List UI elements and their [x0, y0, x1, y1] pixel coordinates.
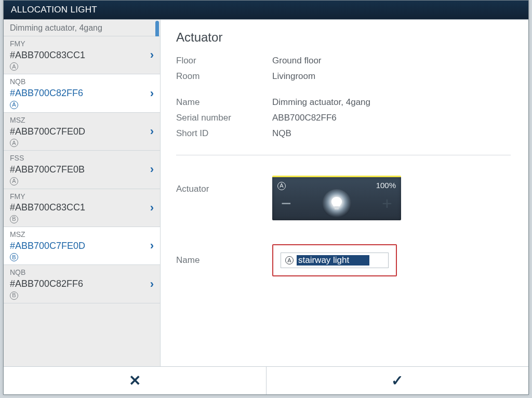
value-name: Dimming actuator, 4gang	[272, 97, 370, 108]
row-name-edit: Name A	[176, 242, 511, 279]
sidebar-item-short: NQB	[10, 268, 144, 277]
bulb-icon	[322, 189, 351, 218]
dialog-body: Dimming actuator, 4gang FMY#ABB700C83CC1…	[4, 19, 528, 366]
dimmer-channel-badge: A	[277, 180, 286, 190]
sidebar-item[interactable]: FSS#ABB700C7FE0BA›	[4, 151, 160, 189]
divider	[176, 155, 511, 155]
value-serial: ABB700C82FF6	[272, 113, 337, 123]
sidebar-item-serial: #ABB700C83CC1	[10, 201, 144, 214]
label-serial: Serial number	[176, 113, 272, 123]
sidebar-item[interactable]: NQB#ABB700C82FF6A›	[4, 74, 160, 112]
sidebar-item-channel-badge: B	[10, 290, 144, 300]
dimmer-increase-button[interactable]: +	[378, 195, 396, 213]
sidebar-item-short: FSS	[10, 154, 144, 163]
chevron-right-icon: ›	[150, 126, 154, 137]
name-channel-badge: A	[285, 256, 294, 265]
cancel-button[interactable]: ✕	[4, 367, 266, 394]
chevron-right-icon: ›	[150, 202, 154, 214]
sidebar-item-serial: #ABB700C82FF6	[10, 86, 144, 100]
sidebar-item[interactable]: MSZ#ABB700C7FE0DB›	[4, 227, 160, 265]
sidebar-item[interactable]: NQB#ABB700C82FF6B›	[4, 265, 160, 303]
chevron-right-icon: ›	[150, 240, 154, 251]
label-floor: Floor	[176, 56, 272, 66]
details-panel: Actuator Floor Ground floor Room Livingr…	[161, 20, 528, 366]
sidebar-item-channel-badge: B	[10, 253, 144, 262]
value-room: Livingroom	[272, 71, 315, 82]
row-room: Room Livingroom	[176, 69, 511, 84]
window-title: ALLOCATION LIGHT	[11, 5, 97, 15]
label-name-edit: Name	[176, 255, 272, 266]
close-icon: ✕	[129, 372, 141, 389]
chevron-right-icon: ›	[150, 88, 154, 99]
lightbulb-icon	[331, 196, 342, 211]
sidebar-item[interactable]: FMY#ABB700C83CC1B›	[4, 189, 160, 227]
sidebar-item-serial: #ABB700C7FE0B	[10, 163, 144, 176]
value-floor: Ground floor	[272, 56, 322, 66]
details-heading: Actuator	[176, 30, 511, 45]
sidebar-item[interactable]: MSZ#ABB700C7FE0DA›	[4, 113, 160, 151]
sidebar-item-short: MSZ	[10, 230, 144, 239]
sidebar-item-serial: #ABB700C82FF6	[10, 277, 144, 290]
check-icon: ✓	[391, 372, 403, 389]
titlebar: ALLOCATION LIGHT	[4, 1, 528, 19]
sidebar-list: FMY#ABB700C83CC1A›NQB#ABB700C82FF6A›MSZ#…	[4, 36, 160, 303]
chevron-right-icon: ›	[150, 164, 154, 175]
label-shortid: Short ID	[176, 128, 272, 139]
sidebar-item-serial: #ABB700C7FE0D	[10, 125, 144, 138]
name-input[interactable]	[297, 255, 369, 266]
name-input-wrapper[interactable]: A	[281, 253, 389, 268]
highlight-frame: A	[272, 244, 397, 276]
dimmer-widget: A 100% − +	[272, 176, 401, 220]
row-shortid: Short ID NQB	[176, 126, 511, 141]
sidebar-header: Dimming actuator, 4gang	[4, 20, 160, 36]
row-serial: Serial number ABB700C82FF6	[176, 110, 511, 126]
chevron-right-icon: ›	[150, 49, 154, 61]
chevron-right-icon: ›	[150, 278, 154, 290]
svg-rect-0	[335, 206, 339, 209]
dimmer-level: 100%	[376, 181, 396, 190]
sidebar-item-short: MSZ	[10, 116, 144, 125]
sidebar-item-serial: #ABB700C7FE0D	[10, 239, 144, 253]
sidebar-item-channel-badge: A	[10, 100, 144, 109]
dialog-allocation-light: ALLOCATION LIGHT Dimming actuator, 4gang…	[3, 0, 529, 395]
value-shortid: NQB	[272, 128, 291, 139]
row-name: Name Dimming actuator, 4gang	[176, 95, 511, 110]
label-name: Name	[176, 97, 272, 108]
row-floor: Floor Ground floor	[176, 53, 511, 69]
sidebar-item-short: NQB	[10, 77, 144, 86]
sidebar-item-channel-badge: B	[10, 214, 144, 223]
sidebar-item-serial: #ABB700C83CC1	[10, 48, 144, 62]
sidebar-item-channel-badge: A	[10, 62, 144, 71]
sidebar-item-channel-badge: A	[10, 176, 144, 185]
label-actuator: Actuator	[176, 176, 272, 194]
label-room: Room	[176, 71, 272, 82]
sidebar-item[interactable]: FMY#ABB700C83CC1A›	[4, 36, 160, 74]
sidebar-item-channel-badge: A	[10, 138, 144, 148]
dialog-footer: ✕ ✓	[4, 366, 528, 394]
sidebar-item-short: FMY	[10, 39, 144, 48]
confirm-button[interactable]: ✓	[266, 367, 529, 394]
row-actuator-widget: Actuator A 100% − +	[176, 173, 511, 223]
sidebar: Dimming actuator, 4gang FMY#ABB700C83CC1…	[4, 20, 161, 366]
sidebar-item-short: FMY	[10, 192, 144, 201]
dimmer-decrease-button[interactable]: −	[277, 195, 295, 213]
